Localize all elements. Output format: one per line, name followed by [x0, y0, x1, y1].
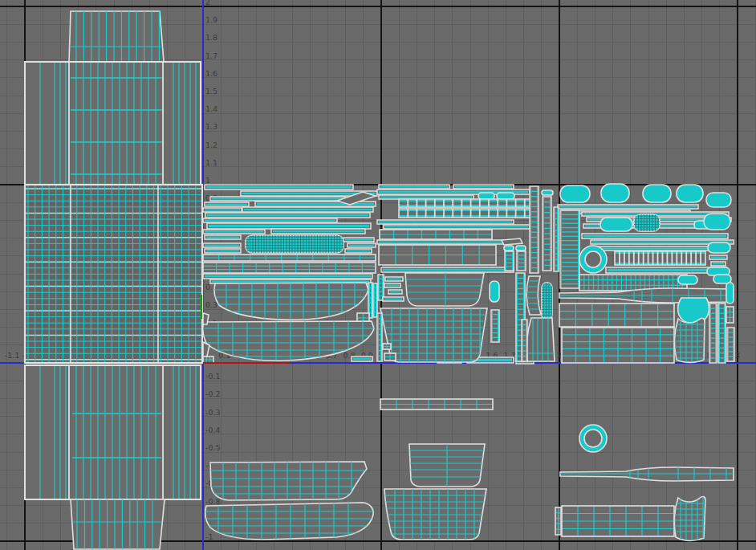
uv-shell-strip[interactable]: [205, 249, 241, 253]
uv-shell-cap[interactable]: [708, 242, 730, 253]
uv-shell-path[interactable]: [502, 238, 522, 245]
uv-shell-strip[interactable]: [595, 246, 721, 251]
uv-shell-strip[interactable]: [709, 255, 727, 259]
uv-shell-strip[interactable]: [210, 197, 345, 201]
uv-shell-strip[interactable]: [205, 213, 370, 218]
uv-shell-grid[interactable]: [203, 263, 376, 273]
uv-shell-vlad[interactable]: [554, 207, 559, 271]
uv-shell-strip[interactable]: [203, 243, 241, 247]
uv-shell-grid[interactable]: [559, 304, 674, 327]
bucket-patch[interactable]: [380, 308, 487, 362]
uv-shell-vlad[interactable]: [543, 197, 551, 271]
uv-shell-strip[interactable]: [207, 223, 371, 229]
uv-shell-cap[interactable]: [726, 283, 734, 304]
tall-ladder[interactable]: [560, 210, 579, 288]
uv-shell-cap[interactable]: [643, 185, 671, 202]
uv-shell-grid[interactable]: [384, 353, 396, 361]
uv-shell-vlad[interactable]: [491, 310, 499, 342]
uv-shell-cap[interactable]: [600, 218, 632, 231]
uv-shell-grid[interactable]: [203, 255, 376, 261]
uv-shell-vlad[interactable]: [378, 275, 384, 300]
uv-shell-blob[interactable]: [634, 214, 660, 231]
uv-shell-cap[interactable]: [678, 275, 697, 284]
fan-patch[interactable]: [526, 318, 555, 361]
left-upper-rect[interactable]: [25, 62, 201, 185]
uv-shell-strip[interactable]: [385, 277, 403, 281]
uv-shell-strip[interactable]: [203, 274, 372, 279]
uv-shell-path[interactable]: [203, 313, 209, 324]
uv-shell-strip[interactable]: [271, 229, 365, 234]
uv-shell-comb[interactable]: [615, 251, 705, 265]
uv-shell-cap[interactable]: [560, 185, 590, 202]
uv-shell-cap[interactable]: [497, 193, 514, 199]
uv-shell-strip[interactable]: [205, 185, 353, 189]
uv-shell-vlad[interactable]: [522, 320, 527, 361]
uv-shell-strip[interactable]: [205, 235, 241, 239]
uv-shell-strip[interactable]: [558, 205, 698, 209]
uv-shell-strip[interactable]: [377, 220, 514, 224]
uv-shell-blob[interactable]: [542, 283, 552, 320]
uv-editor-canvas[interactable]: 21.91.81.71.61.51.41.31.21.110.90.80.70.…: [0, 0, 756, 550]
uv-shell-ring[interactable]: [579, 425, 607, 452]
uv-shell-strip[interactable]: [203, 218, 337, 222]
uv-shell-cap[interactable]: [677, 185, 703, 202]
uv-shell-grid[interactable]: [555, 507, 561, 535]
uv-shell-strip[interactable]: [242, 207, 373, 212]
uv-shell-strip[interactable]: [343, 238, 374, 242]
origin-chip[interactable]: [203, 356, 213, 363]
uv-shell-comb[interactable]: [399, 209, 534, 218]
uv-shell-strip[interactable]: [205, 202, 249, 206]
uv-shell-strip[interactable]: [203, 230, 265, 234]
uv-shell-ring[interactable]: [579, 246, 607, 273]
uv-shell-cap[interactable]: [490, 281, 499, 302]
uv-shell-grid[interactable]: [562, 328, 674, 363]
uv-shell-strip[interactable]: [348, 243, 376, 247]
uv-shell-strip[interactable]: [582, 234, 728, 238]
uv-shell-vlad[interactable]: [718, 304, 726, 363]
uv-shell-strip[interactable]: [381, 267, 514, 272]
hull-patch[interactable]: [205, 503, 373, 540]
hull-patch[interactable]: [210, 462, 367, 500]
uv-shell-strip[interactable]: [379, 185, 449, 189]
uv-shell-strip[interactable]: [453, 185, 514, 189]
bucket-patch[interactable]: [384, 489, 486, 540]
uv-shell-strip[interactable]: [377, 240, 506, 244]
dense-blob[interactable]: [246, 235, 343, 253]
uv-shell-vlad[interactable]: [530, 186, 539, 273]
uv-shell-cap[interactable]: [601, 184, 629, 202]
uv-shell-grid[interactable]: [383, 344, 391, 349]
uv-shell-grid[interactable]: [380, 230, 492, 239]
left-dense-band[interactable]: [25, 185, 202, 363]
uv-shell-strip[interactable]: [383, 297, 404, 301]
uv-shell-cap[interactable]: [504, 246, 514, 251]
uv-shell-strip[interactable]: [384, 283, 400, 287]
uv-shell-cap[interactable]: [704, 214, 730, 230]
uv-shell-grid[interactable]: [562, 506, 674, 536]
curved-patch[interactable]: [674, 497, 705, 541]
uv-shell-grid[interactable]: [380, 399, 493, 409]
uv-shell-vlad[interactable]: [377, 313, 382, 361]
uv-shell-strip[interactable]: [203, 208, 242, 212]
uv-shell-strip[interactable]: [384, 225, 530, 229]
uv-shell-strip[interactable]: [345, 249, 372, 253]
uv-shell-vlad[interactable]: [709, 304, 717, 363]
uv-shell-vlad[interactable]: [727, 328, 734, 361]
uv-shell-vlad[interactable]: [505, 251, 514, 271]
uv-shell-strip[interactable]: [388, 290, 402, 294]
uv-shell-strip[interactable]: [352, 356, 372, 361]
uv-shell-strip[interactable]: [711, 262, 726, 266]
uv-shell-cap[interactable]: [542, 190, 553, 195]
lampshade-patch[interactable]: [405, 273, 484, 306]
uv-shell-cap[interactable]: [516, 246, 526, 251]
uv-shell-cap[interactable]: [706, 193, 731, 207]
left-bottom-column[interactable]: [71, 499, 165, 549]
uv-shell-grid[interactable]: [726, 307, 734, 323]
lampshade-patch[interactable]: [409, 444, 485, 487]
uv-shell-grid[interactable]: [379, 245, 496, 265]
uv-shell-vlad[interactable]: [373, 283, 377, 317]
uv-shell-comb[interactable]: [399, 199, 534, 207]
left-lower-rect[interactable]: [25, 365, 201, 499]
uv-shell-cap[interactable]: [713, 275, 731, 283]
uv-shell-cap[interactable]: [478, 193, 494, 199]
curved-patch[interactable]: [675, 318, 705, 362]
